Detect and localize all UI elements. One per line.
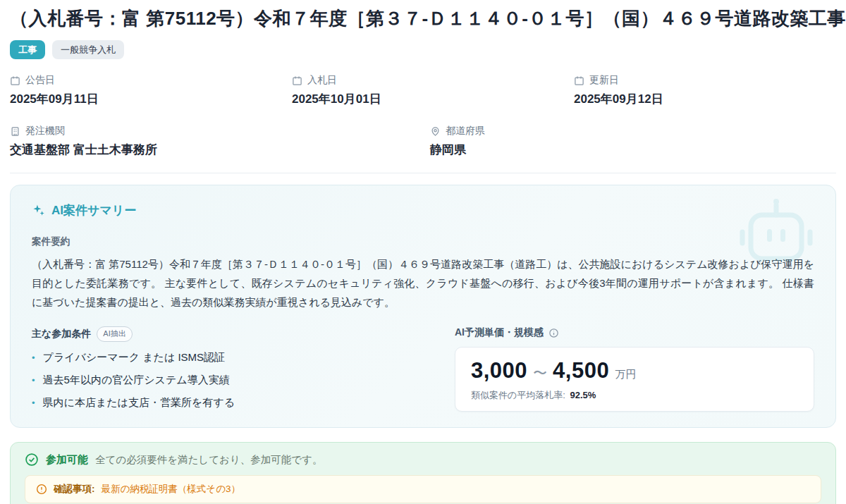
list-item: • 県内に本店または支店・営業所を有する — [32, 396, 427, 410]
map-pin-icon — [430, 126, 441, 137]
ai-columns: 主な参加条件 AI抽出 • プライバシーマーク または ISMS認証 • 過去5… — [32, 324, 814, 412]
calendar-icon — [292, 75, 302, 86]
list-item: • 過去5年以内の官公庁システム導入実績 — [32, 374, 427, 387]
ai-summary-header: AI案件サマリー — [32, 202, 814, 219]
alert-info-icon — [36, 484, 47, 495]
eligibility-status-text: 全ての必須要件を満たしており、参加可能です。 — [95, 453, 322, 467]
condition-text: プライバシーマーク または ISMS認証 — [43, 351, 226, 364]
agency-value: 交通基盤部 富士土木事務所 — [10, 142, 430, 158]
estimate-note: 類似案件の平均落札率: 92.5% — [471, 389, 798, 402]
estimate-low: 3,000 — [471, 358, 527, 383]
estimate-high: 4,500 — [553, 358, 609, 383]
estimate-section: AI予測単価・規模感 3,000 〜 4,500 万円 類似案件の平均落札率: … — [455, 324, 814, 412]
agency-label-row: 発注機関 — [10, 125, 430, 137]
bid-detail-page: （入札番号：富 第75112号）令和７年度［第３７-Ｄ１１４０-０１号］（国）４… — [0, 0, 846, 504]
meta-row-dates: 公告日 2025年09月11日 入札日 2025年10月01日 更新日 2025… — [10, 74, 836, 107]
bullet-dot-icon: • — [32, 398, 35, 408]
bid-date-value: 2025年10月01日 — [292, 91, 574, 107]
eligibility-banner: 参加可能 全ての必須要件を満たしており、参加可能です。 確認事項: 最新の納税証… — [10, 442, 836, 504]
info-icon[interactable] — [548, 328, 559, 338]
check-circle-icon — [25, 453, 39, 467]
update-date-cell: 更新日 2025年09月12日 — [574, 74, 663, 107]
eligibility-status-label: 参加可能 — [46, 453, 88, 467]
prefecture-value: 静岡県 — [430, 142, 485, 158]
update-date-value: 2025年09月12日 — [574, 91, 663, 107]
condition-text: 県内に本店または支店・営業所を有する — [43, 396, 235, 410]
category-badge: 工事 — [10, 40, 45, 59]
bid-date-label-row: 入札日 — [292, 74, 574, 87]
conditions-list: • プライバシーマーク または ISMS認証 • 過去5年以内の官公庁システム導… — [32, 351, 427, 410]
estimate-note-value: 92.5% — [570, 390, 596, 400]
update-date-label-row: 更新日 — [574, 74, 663, 87]
building-icon — [10, 126, 20, 137]
conditions-header: 主な参加条件 AI抽出 — [32, 326, 427, 342]
estimate-unit: 万円 — [615, 368, 636, 381]
confirmation-label: 確認事項: — [54, 483, 95, 496]
ai-summary-title: AI案件サマリー — [51, 202, 136, 219]
estimate-card: 3,000 〜 4,500 万円 類似案件の平均落札率: 92.5% — [455, 347, 814, 412]
summary-section-label: 案件要約 — [32, 235, 814, 248]
announce-date-value: 2025年09月11日 — [10, 91, 292, 107]
estimate-header: AI予測単価・規模感 — [455, 326, 814, 339]
agency-label: 発注機関 — [25, 125, 65, 137]
section-divider — [10, 173, 836, 173]
confirmation-banner: 確認事項: 最新の納税証明書（様式その3） — [25, 475, 821, 503]
meta-row-org: 発注機関 交通基盤部 富士土木事務所 都道府県 静岡県 — [10, 125, 836, 158]
confirmation-value: 最新の納税証明書（様式その3） — [102, 483, 240, 496]
calendar-icon — [574, 75, 584, 86]
calendar-icon — [10, 75, 20, 86]
summary-text: （入札番号：富 第75112号）令和７年度［第３７-Ｄ１１４０-０１号］（国）４… — [32, 254, 814, 312]
bid-date-cell: 入札日 2025年10月01日 — [292, 74, 574, 107]
conditions-section: 主な参加条件 AI抽出 • プライバシーマーク または ISMS認証 • 過去5… — [32, 324, 427, 412]
prefecture-cell: 都道府県 静岡県 — [430, 125, 485, 158]
estimate-range: 3,000 〜 4,500 万円 — [471, 358, 798, 383]
announce-date-cell: 公告日 2025年09月11日 — [10, 74, 292, 107]
estimate-note-label: 類似案件の平均落札率: — [471, 390, 565, 400]
update-date-label: 更新日 — [589, 74, 619, 87]
estimate-label: AI予測単価・規模感 — [455, 326, 544, 339]
robot-icon — [732, 194, 820, 277]
prefecture-label: 都道府県 — [446, 125, 485, 137]
bid-method-badge: 一般競争入札 — [52, 40, 124, 59]
bid-date-label: 入札日 — [307, 74, 337, 87]
estimate-separator: 〜 — [533, 364, 547, 383]
ai-extracted-badge: AI抽出 — [97, 326, 132, 342]
agency-cell: 発注機関 交通基盤部 富士土木事務所 — [10, 125, 430, 158]
list-item: • プライバシーマーク または ISMS認証 — [32, 351, 427, 364]
badge-row: 工事 一般競争入札 — [10, 40, 836, 59]
condition-text: 過去5年以内の官公庁システム導入実績 — [43, 374, 230, 387]
page-title: （入札番号：富 第75112号）令和７年度［第３７-Ｄ１１４０-０１号］（国）４… — [10, 6, 836, 31]
prefecture-label-row: 都道府県 — [430, 125, 485, 137]
sparkles-icon — [32, 204, 45, 217]
bullet-dot-icon: • — [32, 352, 35, 363]
bullet-dot-icon: • — [32, 375, 35, 386]
eligibility-status-row: 参加可能 全ての必須要件を満たしており、参加可能です。 — [25, 453, 821, 467]
announce-date-label: 公告日 — [25, 74, 55, 87]
conditions-label: 主な参加条件 — [32, 328, 91, 340]
ai-summary-card: AI案件サマリー 案件要約 （入札番号：富 第75112号）令和７年度［第３７-… — [10, 185, 836, 428]
announce-date-label-row: 公告日 — [10, 74, 292, 87]
